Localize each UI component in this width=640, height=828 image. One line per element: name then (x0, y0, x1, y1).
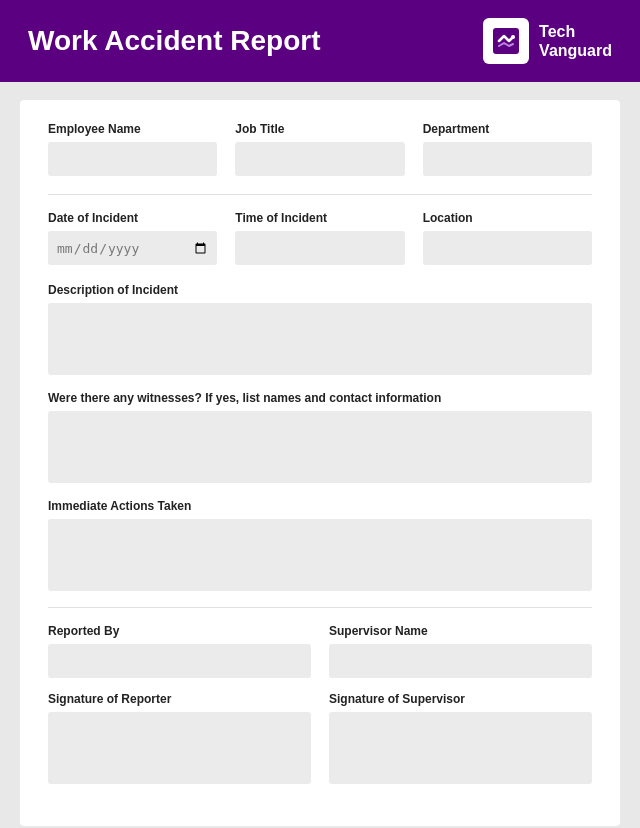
job-title-group: Job Title (235, 122, 404, 176)
department-group: Department (423, 122, 592, 176)
actions-label: Immediate Actions Taken (48, 499, 592, 513)
reporter-sig-group: Signature of Reporter (48, 692, 311, 784)
reported-by-input[interactable] (48, 644, 311, 678)
logo-svg (491, 26, 521, 56)
time-label: Time of Incident (235, 211, 404, 225)
divider-2 (48, 607, 592, 608)
reporter-supervisor-row: Reported By Supervisor Name (48, 624, 592, 678)
employee-name-label: Employee Name (48, 122, 217, 136)
job-title-input[interactable] (235, 142, 404, 176)
divider-1 (48, 194, 592, 195)
supervisor-name-label: Supervisor Name (329, 624, 592, 638)
reported-by-label: Reported By (48, 624, 311, 638)
svg-point-1 (511, 35, 515, 39)
employee-name-input[interactable] (48, 142, 217, 176)
time-group: Time of Incident (235, 211, 404, 265)
reporter-sig-label: Signature of Reporter (48, 692, 311, 706)
witnesses-group: Were there any witnesses? If yes, list n… (48, 391, 592, 483)
time-input[interactable] (235, 231, 404, 265)
job-title-label: Job Title (235, 122, 404, 136)
location-input[interactable] (423, 231, 592, 265)
logo-area: Tech Vanguard (483, 18, 612, 64)
description-textarea[interactable] (48, 303, 592, 375)
witnesses-textarea[interactable] (48, 411, 592, 483)
date-input[interactable] (48, 231, 217, 265)
supervisor-sig-group: Signature of Supervisor (329, 692, 592, 784)
logo-text: Tech Vanguard (539, 22, 612, 60)
actions-group: Immediate Actions Taken (48, 499, 592, 591)
form-row-1: Employee Name Job Title Department (48, 122, 592, 176)
logo-icon (483, 18, 529, 64)
date-group: Date of Incident (48, 211, 217, 265)
location-group: Location (423, 211, 592, 265)
department-label: Department (423, 122, 592, 136)
description-label: Description of Incident (48, 283, 592, 297)
signature-row: Signature of Reporter Signature of Super… (48, 692, 592, 784)
reporter-sig-box[interactable] (48, 712, 311, 784)
header: Work Accident Report Tech Vanguard (0, 0, 640, 82)
supervisor-sig-label: Signature of Supervisor (329, 692, 592, 706)
supervisor-name-input[interactable] (329, 644, 592, 678)
witnesses-label: Were there any witnesses? If yes, list n… (48, 391, 592, 405)
svg-rect-0 (493, 28, 519, 54)
department-input[interactable] (423, 142, 592, 176)
supervisor-name-group: Supervisor Name (329, 624, 592, 678)
employee-name-group: Employee Name (48, 122, 217, 176)
supervisor-sig-box[interactable] (329, 712, 592, 784)
form-row-2: Date of Incident Time of Incident Locati… (48, 211, 592, 265)
description-group: Description of Incident (48, 283, 592, 375)
date-label: Date of Incident (48, 211, 217, 225)
page-title: Work Accident Report (28, 25, 320, 57)
reported-by-group: Reported By (48, 624, 311, 678)
form-card: Employee Name Job Title Department Date … (20, 100, 620, 826)
actions-textarea[interactable] (48, 519, 592, 591)
location-label: Location (423, 211, 592, 225)
